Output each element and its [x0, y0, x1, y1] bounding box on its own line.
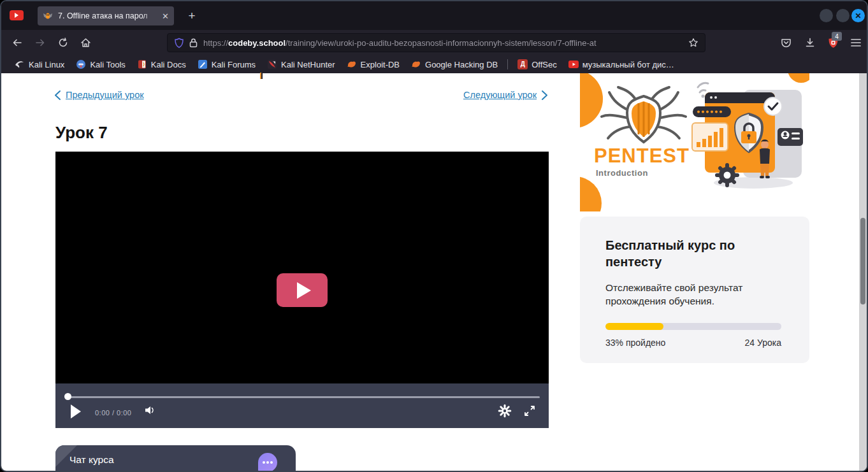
url-path: /training/view/uroki-po-auditu-bezopasno… [286, 38, 597, 48]
video-area[interactable] [55, 152, 549, 383]
codeby-owl-favicon [43, 11, 53, 21]
hamburger-menu-icon [851, 38, 861, 47]
play-button[interactable] [71, 404, 81, 418]
scrolled-heading-fragment [261, 73, 263, 79]
ghdb-bird-icon [411, 59, 421, 69]
course-card-title: Бесплатный курс по пентесту [605, 237, 771, 270]
player-controls: 0:00 / 0:00 [55, 383, 549, 428]
lesson-title: Урок 7 [55, 123, 108, 143]
seek-knob[interactable] [64, 393, 71, 400]
volume-icon [143, 404, 156, 417]
offsec-icon: Д [517, 59, 528, 69]
url-bar[interactable]: https://codeby.school/training/view/urok… [167, 33, 705, 52]
bookmark-kali-tools[interactable]: Kali Tools [70, 57, 131, 71]
downloads-button[interactable] [802, 35, 818, 50]
lessons-count: 24 Урока [744, 338, 781, 348]
minimize-button[interactable] [820, 9, 833, 22]
seek-bar[interactable] [68, 396, 540, 398]
chevron-left-icon [54, 90, 61, 101]
tab-title: 7. Offline атака на парол [58, 11, 157, 20]
tab-active[interactable]: 7. Offline атака на парол ✕ [38, 6, 174, 25]
kali-docs-icon [137, 59, 147, 69]
bookmark-label: музыкальный бот дис… [582, 60, 674, 69]
home-button[interactable] [78, 35, 93, 50]
new-tab-button[interactable]: + [184, 8, 200, 24]
bookmark-kali-nethunter[interactable]: Kali NetHunter [261, 57, 341, 71]
url-protocol: https:// [203, 38, 228, 48]
close-button[interactable]: ✕ [851, 9, 865, 22]
progress-fill [605, 323, 663, 330]
gear-icon [498, 404, 512, 418]
youtube-icon [568, 59, 579, 69]
time-display: 0:00 / 0:00 [95, 409, 132, 417]
back-arrow-icon [12, 38, 22, 48]
pinned-tab-youtube[interactable] [10, 10, 24, 20]
scrollbar-thumb[interactable] [860, 218, 865, 304]
pocket-button[interactable] [778, 35, 793, 50]
extension-badge: 4 [832, 32, 842, 41]
bookmark-label: Exploit-DB [361, 60, 400, 69]
bookmarks-bar: Kali Linux Kali Tools Kali Docs Kali For… [1, 55, 867, 73]
reload-button[interactable] [55, 35, 71, 50]
tracking-protection-shield-icon[interactable] [174, 38, 184, 48]
browser-window: 7. Offline атака на парол ✕ + ✕ https://… [0, 0, 868, 472]
bookmark-label: Kali Linux [29, 60, 64, 69]
home-icon [80, 38, 91, 48]
page-scrollbar[interactable] [859, 73, 867, 472]
bookmark-google-hacking-db[interactable]: Google Hacking DB [405, 57, 503, 71]
settings-button[interactable] [498, 404, 512, 418]
bookmark-star-icon[interactable] [688, 38, 698, 48]
tab-close-icon[interactable]: ✕ [162, 12, 169, 20]
lock-icon[interactable] [189, 38, 198, 48]
bookmark-label: Kali Docs [151, 60, 186, 69]
course-banner-illustration: PENTEST Introduction [580, 73, 809, 211]
volume-button[interactable] [143, 404, 156, 417]
url-host: codeby.school [228, 38, 286, 48]
play-icon [297, 282, 311, 299]
download-icon [805, 38, 815, 48]
course-chat-widget[interactable]: Чат курса [55, 445, 296, 472]
youtube-icon [15, 13, 18, 18]
next-lesson-link[interactable]: Следующий урок [463, 90, 537, 100]
course-banner: PENTEST Introduction [580, 73, 809, 211]
bookmark-exploit-db[interactable]: Exploit-DB [341, 57, 405, 71]
bookmark-label: Kali Tools [90, 60, 125, 69]
forward-button[interactable] [33, 35, 48, 50]
reload-icon [58, 38, 68, 48]
url-text: https://codeby.school/training/view/urok… [203, 38, 676, 48]
fullscreen-icon [523, 404, 536, 417]
bookmark-label: Kali NetHunter [281, 60, 335, 69]
bookmark-kali-linux[interactable]: Kali Linux [9, 57, 70, 71]
bookmarks-separator [507, 59, 508, 69]
chevron-right-icon [541, 90, 549, 101]
bookmark-kali-forums[interactable]: Kali Forums [192, 57, 261, 71]
fullscreen-button[interactable] [523, 404, 536, 417]
menu-button[interactable] [848, 35, 864, 50]
kali-nethunter-icon [267, 59, 277, 69]
chat-title: Чат курса [69, 454, 114, 466]
video-player: 0:00 / 0:00 [55, 152, 549, 428]
bookmark-label: Kali Forums [212, 60, 256, 69]
bookmark-offsec[interactable]: Д OffSec [512, 57, 563, 71]
bookmark-label: OffSec [532, 60, 557, 69]
course-card-description: Отслеживайте свой результат прохождения … [605, 282, 778, 308]
pentest-logo-subtitle: Introduction [596, 168, 648, 178]
bookmark-music-bot[interactable]: музыкальный бот дис… [563, 57, 680, 71]
titlebar: 7. Offline атака на парол ✕ + ✕ [1, 1, 867, 30]
chat-bubble-icon[interactable] [258, 453, 277, 472]
bookmark-label: Google Hacking DB [425, 60, 498, 69]
progress-bar [605, 323, 781, 330]
forward-arrow-icon [35, 38, 45, 48]
pentest-logo-title: PENTEST [594, 145, 690, 167]
kali-forums-icon [198, 59, 208, 69]
kali-tools-icon [76, 59, 86, 69]
page-content: Предыдущий урок Следующий урок Урок 7 0:… [1, 73, 867, 472]
back-button[interactable] [10, 35, 25, 50]
exploit-db-bird-icon [347, 59, 357, 69]
bookmark-kali-docs[interactable]: Kali Docs [131, 57, 192, 71]
maximize-button[interactable] [836, 9, 850, 22]
prev-lesson-link[interactable]: Предыдущий урок [66, 90, 144, 100]
progress-caption: 33% пройдено [605, 338, 665, 348]
big-play-button[interactable] [277, 273, 328, 307]
kali-dragon-icon [15, 59, 25, 69]
